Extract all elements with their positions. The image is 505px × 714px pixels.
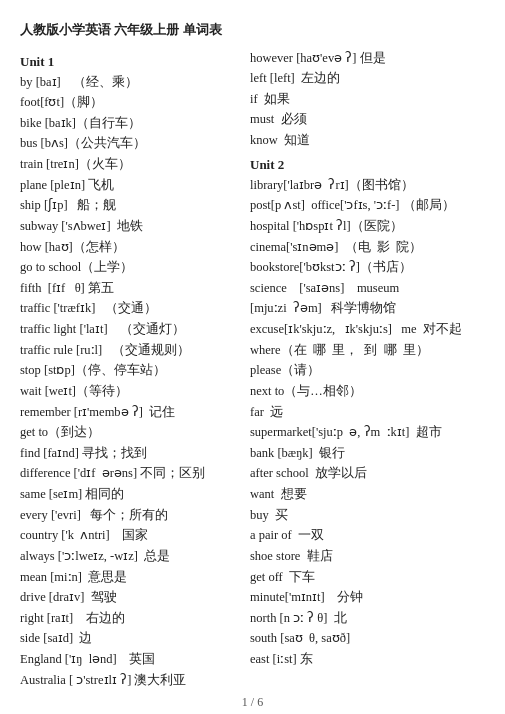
list-item: traffic light ['laɪt] （交通灯） [20,319,240,340]
list-item: foot[fʊt]（脚） [20,92,240,113]
right-words-list: library['laɪbrə ʔrɪ]（图书馆）post[p ʌst] off… [250,175,485,670]
list-item: country ['k ʌntri] 国家 [20,525,240,546]
list-item: mean [miːn] 意思是 [20,567,240,588]
page-title: 人教版小学英语 六年级上册 单词表 [20,20,485,40]
list-item: know 知道 [250,130,485,151]
list-item: north [n ɔː ʔ θ] 北 [250,608,485,629]
list-item: post[p ʌst] office['ɔfɪs, 'ɔːf-] （邮局） [250,195,485,216]
list-item: east [iːst] 东 [250,649,485,670]
list-item: excuse[ɪk'skjuːz, ɪk'skjuːs] me 对不起 [250,319,485,340]
list-item: bike [baɪk]（自行车） [20,113,240,134]
list-item: a pair of 一双 [250,525,485,546]
list-item: far 远 [250,402,485,423]
right-column: however [haʊ'evə ʔ] 但是left [left] 左边的if … [250,48,485,691]
list-item: subway ['sʌbweɪ] 地铁 [20,216,240,237]
list-item: cinema['sɪnəmə] （电 影 院） [250,237,485,258]
list-item: traffic ['træfɪk] （交通） [20,298,240,319]
content-columns: Unit 1 by [baɪ] （经、乘）foot[fʊt]（脚）bike [b… [20,48,485,691]
list-item: bus [bʌs]（公共汽车） [20,133,240,154]
left-column: Unit 1 by [baɪ] （经、乘）foot[fʊt]（脚）bike [b… [20,48,240,691]
list-item: every ['evri] 每个；所有的 [20,505,240,526]
list-item: must 必须 [250,109,485,130]
list-item: bookstore['bʊkstɔː ʔ]（书店） [250,257,485,278]
list-item: please（请） [250,360,485,381]
list-item: find [faɪnd] 寻找；找到 [20,443,240,464]
list-item: stop [stɒp]（停、停车站） [20,360,240,381]
list-item: supermarket['sjuːp ə, ʔm ːkɪt] 超市 [250,422,485,443]
list-item: if 如果 [250,89,485,110]
list-item: shoe store 鞋店 [250,546,485,567]
list-item: science ['saɪəns] museum [250,278,485,299]
list-item: get to（到达） [20,422,240,443]
list-item: bank [bæŋk] 银行 [250,443,485,464]
list-item: fifth [fɪf θ] 第五 [20,278,240,299]
list-item: left [left] 左边的 [250,68,485,89]
left-words-list: by [baɪ] （经、乘）foot[fʊt]（脚）bike [baɪk]（自行… [20,72,240,691]
list-item: same [seɪm] 相同的 [20,484,240,505]
unit2-title: Unit 2 [250,157,485,173]
list-item: where（在 哪 里， 到 哪 里） [250,340,485,361]
list-item: wait [weɪt]（等待） [20,381,240,402]
list-item: right [raɪt] 右边的 [20,608,240,629]
list-item: difference ['dɪf ərəns] 不同；区别 [20,463,240,484]
list-item: hospital ['hɒspɪt ʔl]（医院） [250,216,485,237]
right-words-continued-list: however [haʊ'evə ʔ] 但是left [left] 左边的if … [250,48,485,151]
list-item: remember [rɪ'membə ʔ] 记住 [20,402,240,423]
list-item: next to（与…相邻） [250,381,485,402]
unit1-title: Unit 1 [20,54,240,70]
list-item: go to school（上学） [20,257,240,278]
list-item: buy 买 [250,505,485,526]
list-item: want 想要 [250,484,485,505]
list-item: after school 放学以后 [250,463,485,484]
list-item: [mjuːzi ʔəm] 科学博物馆 [250,298,485,319]
list-item: plane [pleɪn] 飞机 [20,175,240,196]
list-item: south [saʊ θ, saʊð] [250,628,485,649]
list-item: how [haʊ]（怎样） [20,237,240,258]
list-item: traffic rule [ruːl] （交通规则） [20,340,240,361]
list-item: ship [ʃɪp] 船；舰 [20,195,240,216]
list-item: by [baɪ] （经、乘） [20,72,240,93]
list-item: Australia [ ɔ'streɪlɪ ʔ] 澳大利亚 [20,670,240,691]
page-footer: 1 / 6 [0,695,505,710]
page-wrapper: 人教版小学英语 六年级上册 单词表 Unit 1 by [baɪ] （经、乘）f… [20,20,485,690]
list-item: train [treɪn]（火车） [20,154,240,175]
list-item: England ['ɪŋ lənd] 英国 [20,649,240,670]
list-item: however [haʊ'evə ʔ] 但是 [250,48,485,69]
list-item: side [saɪd] 边 [20,628,240,649]
list-item: library['laɪbrə ʔrɪ]（图书馆） [250,175,485,196]
page-indicator: 1 / 6 [242,695,263,709]
list-item: minute['mɪnɪt] 分钟 [250,587,485,608]
list-item: drive [draɪv] 驾驶 [20,587,240,608]
list-item: always ['ɔːlweɪz, -wɪz] 总是 [20,546,240,567]
list-item: get off 下车 [250,567,485,588]
